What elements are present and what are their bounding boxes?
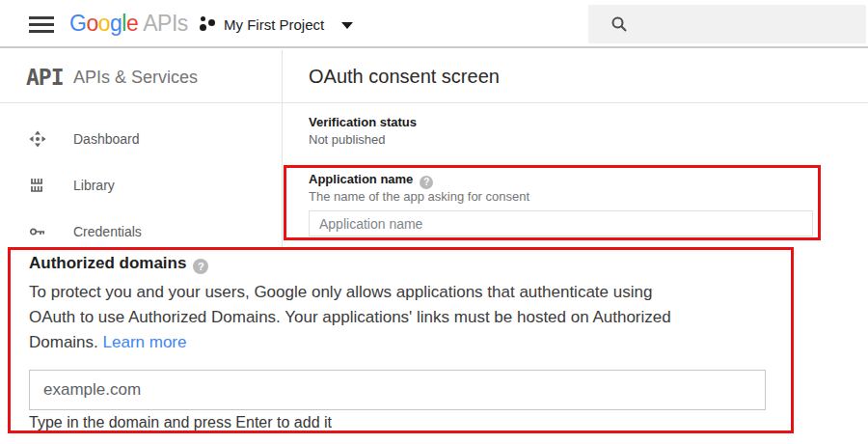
application-name-label: Application name? [309,172,433,189]
description-line: Domains. Learn more [29,330,791,355]
page-title: OAuth consent screen [309,66,500,88]
sidebar-title: APIs & Services [73,68,198,88]
logo-letter: o [86,11,97,36]
api-section-logo: API [26,65,64,90]
verification-status-value: Not published [309,132,386,147]
logo-letter: o [98,11,110,36]
header-divider [0,102,868,103]
verification-status-label: Verification status [309,115,417,129]
chevron-down-icon[interactable] [341,22,353,29]
sidebar-item-credentials[interactable]: Credentials [0,208,282,255]
domain-input-hint: Type in the domain and press Enter to ad… [29,414,332,431]
learn-more-link[interactable]: Learn more [103,333,187,351]
logo-letter: e [126,11,138,36]
sidebar-item-label: Credentials [73,208,142,255]
sidebar-item-dashboard[interactable]: Dashboard [0,116,282,162]
google-apis-logo[interactable]: GoogleAPIs [69,11,188,37]
description-line: To protect you and your users, Google on… [29,280,791,305]
top-header-bar: GoogleAPIs My First Project [0,0,868,48]
logo-letter: G [69,11,86,36]
sidebar-item-library[interactable]: Library [0,162,282,208]
authorized-domains-label: Authorized domains? [29,254,208,274]
hamburger-menu-icon[interactable] [29,16,54,33]
authorized-domains-description: To protect you and your users, Google on… [29,280,791,355]
application-name-input[interactable] [309,210,813,236]
logo-suffix: APIs [143,11,188,36]
logo-letter: g [110,11,122,36]
search-box[interactable] [588,5,866,43]
search-input[interactable] [639,16,866,32]
sidebar-item-label: Dashboard [73,116,140,162]
application-name-helper-text: The name of the app asking for consent [309,189,529,204]
help-icon[interactable]: ? [193,259,208,274]
project-selector[interactable]: My First Project [224,16,324,33]
search-icon [610,15,628,33]
sidebar-divider [282,50,283,247]
library-icon [29,177,46,194]
dashboard-icon [29,130,46,148]
help-icon[interactable]: ? [420,176,433,189]
description-line: OAuth to use Authorized Domains. Your ap… [29,305,791,330]
sidebar-item-label: Library [73,162,115,208]
authorized-domain-input[interactable] [29,370,766,410]
project-icon [200,16,215,32]
key-icon [29,223,46,240]
